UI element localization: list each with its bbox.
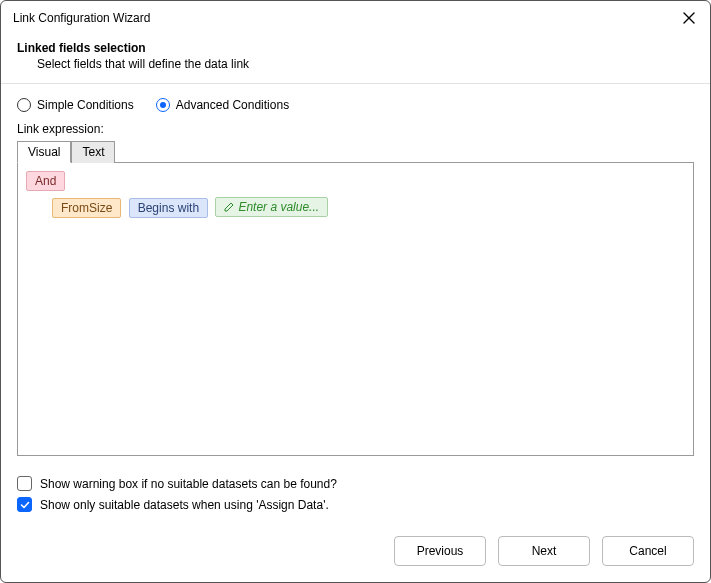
value-chip[interactable]: Enter a value... [215,197,328,217]
next-button[interactable]: Next [498,536,590,566]
group-operator-chip[interactable]: And [26,171,65,191]
checkbox-label: Show warning box if no suitable datasets… [40,477,337,491]
options-group: Show warning box if no suitable datasets… [1,460,710,524]
titlebar: Link Configuration Wizard [1,1,710,33]
checkbox-show-suitable[interactable]: Show only suitable datasets when using '… [17,497,694,512]
tab-text[interactable]: Text [71,141,115,163]
radio-icon [17,98,31,112]
tab-visual[interactable]: Visual [17,141,71,163]
expression-tabs: Visual Text [17,140,694,163]
checkbox-icon [17,476,32,491]
checkbox-icon [17,497,32,512]
checkbox-show-warning[interactable]: Show warning box if no suitable datasets… [17,476,694,491]
operator-chip[interactable]: Begins with [129,198,208,218]
value-placeholder: Enter a value... [238,200,319,214]
expression-group: And [26,171,685,191]
edit-icon [224,202,234,212]
condition-mode-group: Simple Conditions Advanced Conditions [17,98,694,112]
window-title: Link Configuration Wizard [13,11,150,25]
expression-row: FromSize Begins with Enter a value... [52,197,685,218]
wizard-footer: Previous Next Cancel [1,524,710,582]
checkbox-label: Show only suitable datasets when using '… [40,498,329,512]
radio-icon [156,98,170,112]
link-expression-label: Link expression: [17,122,694,136]
radio-label: Advanced Conditions [176,98,289,112]
field-chip[interactable]: FromSize [52,198,121,218]
radio-advanced-conditions[interactable]: Advanced Conditions [156,98,289,112]
page-subtitle: Select fields that will define the data … [37,57,694,71]
cancel-button[interactable]: Cancel [602,536,694,566]
close-button[interactable] [678,7,700,29]
close-icon [683,12,695,24]
page-title: Linked fields selection [17,41,694,55]
expression-editor: And FromSize Begins with Enter a value..… [17,163,694,456]
radio-label: Simple Conditions [37,98,134,112]
radio-simple-conditions[interactable]: Simple Conditions [17,98,134,112]
wizard-header: Linked fields selection Select fields th… [1,33,710,84]
previous-button[interactable]: Previous [394,536,486,566]
wizard-body: Simple Conditions Advanced Conditions Li… [1,84,710,460]
